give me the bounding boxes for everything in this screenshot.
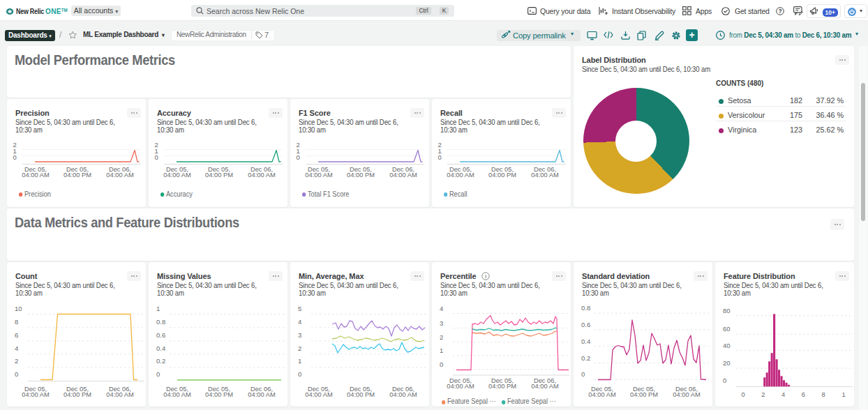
- svg-text:04:00 AM: 04:00 AM: [163, 172, 190, 179]
- svg-text:0: 0: [297, 153, 300, 161]
- svg-text:0.6: 0.6: [581, 321, 590, 328]
- svg-text:0.6: 0.6: [156, 331, 165, 339]
- svg-text:1: 1: [298, 357, 301, 365]
- svg-text:80: 80: [723, 307, 731, 314]
- svg-text:0: 0: [440, 360, 443, 368]
- svg-text:0.8: 0.8: [581, 304, 590, 312]
- svg-text:0: 0: [156, 370, 160, 378]
- svg-text:04:00 AM: 04:00 AM: [305, 390, 332, 397]
- svg-text:04:00 AM: 04:00 AM: [22, 172, 49, 179]
- svg-text:8: 8: [822, 390, 825, 397]
- svg-text:0.2: 0.2: [156, 357, 165, 365]
- svg-text:04:00 AM: 04:00 AM: [588, 390, 615, 397]
- svg-text:0: 0: [13, 153, 17, 161]
- svg-text:04:00 PM: 04:00 PM: [347, 172, 375, 179]
- svg-text:3: 3: [298, 331, 301, 339]
- svg-text:04:00 AM: 04:00 AM: [248, 390, 275, 397]
- svg-text:04:00 AM: 04:00 AM: [163, 390, 190, 397]
- svg-text:?: ?: [778, 8, 781, 15]
- svg-text:20: 20: [723, 359, 731, 367]
- svg-text:0: 0: [581, 370, 585, 378]
- svg-text:04:00 AM: 04:00 AM: [531, 383, 558, 390]
- svg-text:04:00 AM: 04:00 AM: [673, 390, 700, 397]
- svg-text:04:00 AM: 04:00 AM: [531, 172, 558, 179]
- svg-text:04:00 PM: 04:00 PM: [488, 172, 516, 179]
- svg-text:04:00 AM: 04:00 AM: [106, 172, 133, 179]
- svg-text:0: 0: [438, 153, 442, 161]
- svg-text:04:00 AM: 04:00 AM: [22, 390, 49, 397]
- svg-text:2: 2: [440, 333, 443, 340]
- svg-text:2: 2: [298, 344, 301, 352]
- svg-text:04:00 AM: 04:00 AM: [389, 172, 417, 179]
- svg-text:04:00 PM: 04:00 PM: [63, 172, 91, 179]
- svg-text:0: 0: [15, 370, 18, 378]
- svg-text:6: 6: [802, 390, 805, 397]
- svg-text:0: 0: [298, 370, 301, 378]
- svg-text:4: 4: [440, 304, 443, 312]
- svg-text:0.4: 0.4: [156, 344, 165, 352]
- svg-text:2: 2: [15, 357, 18, 365]
- svg-text:1: 1: [841, 390, 845, 397]
- svg-text:0.8: 0.8: [156, 318, 165, 326]
- svg-text:3: 3: [440, 319, 443, 326]
- svg-text:04:00 PM: 04:00 PM: [630, 390, 658, 397]
- svg-text:6: 6: [15, 331, 18, 339]
- svg-text:04:00 AM: 04:00 AM: [389, 390, 417, 397]
- svg-text:2: 2: [761, 390, 765, 397]
- svg-text:4: 4: [781, 390, 785, 397]
- svg-text:04:00 PM: 04:00 PM: [488, 383, 516, 390]
- svg-text:04:00 AM: 04:00 AM: [106, 390, 133, 397]
- svg-text:04:00 AM: 04:00 AM: [447, 172, 474, 179]
- svg-text:4: 4: [15, 344, 18, 352]
- svg-text:10: 10: [15, 305, 22, 312]
- svg-text:0: 0: [741, 390, 744, 397]
- svg-text:40: 40: [723, 341, 731, 349]
- svg-text:60: 60: [723, 325, 731, 333]
- svg-text:0.2: 0.2: [581, 354, 590, 361]
- svg-text:04:00 PM: 04:00 PM: [63, 390, 91, 397]
- svg-text:8: 8: [15, 318, 18, 326]
- svg-text:1: 1: [440, 347, 443, 354]
- svg-text:4: 4: [298, 318, 301, 326]
- svg-text:1: 1: [156, 305, 160, 312]
- svg-text:0: 0: [155, 153, 158, 161]
- svg-text:0: 0: [723, 376, 726, 384]
- svg-text:0.4: 0.4: [581, 337, 590, 344]
- svg-text:04:00 PM: 04:00 PM: [205, 172, 233, 179]
- svg-text:04:00 PM: 04:00 PM: [347, 390, 375, 397]
- svg-text:i: i: [485, 273, 486, 279]
- svg-text:04:00 AM: 04:00 AM: [447, 383, 474, 390]
- svg-text:5: 5: [298, 305, 301, 312]
- svg-text:04:00 AM: 04:00 AM: [305, 172, 332, 179]
- svg-text:04:00 AM: 04:00 AM: [248, 172, 275, 179]
- svg-text:04:00 PM: 04:00 PM: [205, 390, 233, 397]
